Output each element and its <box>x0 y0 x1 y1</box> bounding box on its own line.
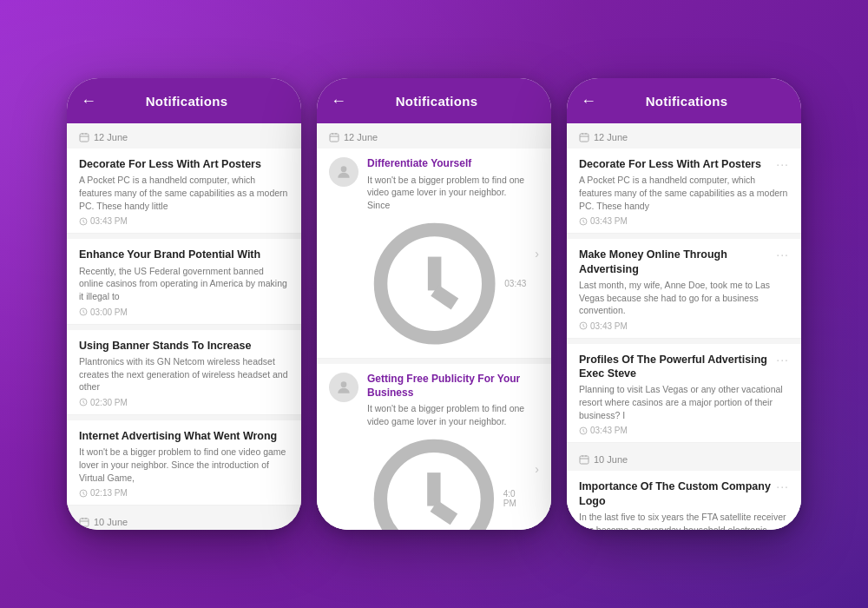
clock-icon-3-1 <box>579 217 588 226</box>
phone-3-body: 12 June Decorate For Less With Art Poste… <box>567 123 801 530</box>
phone-2-wrapper: ← Notifications 12 June <box>317 78 551 530</box>
phone-1-body: 12 June Decorate For Less With Art Poste… <box>67 123 301 530</box>
notif-item-2-2[interactable]: Getting Free Publicity For Your Business… <box>317 364 551 530</box>
calendar-icon-3 <box>579 132 589 142</box>
svg-rect-16 <box>80 519 89 526</box>
phone-1-wrapper: ← Notifications 12 June Decorate For Les… <box>67 78 301 530</box>
notif-content-2-2: Getting Free Publicity For Your Business… <box>367 373 526 530</box>
phone-2-header: ← Notifications <box>317 78 551 123</box>
user-icon-2-1 <box>335 163 352 181</box>
svg-point-31 <box>341 381 347 387</box>
phone-3-header: ← Notifications <box>567 78 801 123</box>
notif-item-3-1[interactable]: Decorate For Less With Art Posters ··· A… <box>567 149 801 234</box>
calendar-icon-3b <box>579 454 589 465</box>
clock-icon-3-3 <box>579 426 588 435</box>
notif-body-1-2: Recently, the US Federal government bann… <box>79 265 289 303</box>
notif-time-2-2: 4:0 PM <box>367 433 526 530</box>
clock-icon-3-2 <box>579 321 588 330</box>
phone-3: ← Notifications 12 June Decorate For Les… <box>567 78 801 530</box>
notif-item-1-1[interactable]: Decorate For Less With Art Posters A Poc… <box>67 149 301 234</box>
notif-time-3-2: 03:43 PM <box>579 321 789 331</box>
notif-header-3-1: Decorate For Less With Art Posters ··· <box>579 157 789 174</box>
user-icon-2-2 <box>335 379 352 396</box>
back-button-1[interactable]: ← <box>81 92 96 110</box>
notif-time-3-3: 03:43 PM <box>579 426 789 435</box>
svg-rect-60 <box>580 456 589 464</box>
notif-item-3-2[interactable]: Make Money Online Through Advertising ··… <box>567 239 801 339</box>
dots-menu-3-1[interactable]: ··· <box>776 157 789 171</box>
notif-title-1-4: Internet Advertising What Went Wrong <box>79 429 289 443</box>
phone-3-title: Notifications <box>607 94 766 109</box>
notif-time-2-1: 03:43 <box>367 216 526 351</box>
date-label-p3-2: 10 June <box>567 446 801 468</box>
svg-line-9 <box>83 313 85 314</box>
notif-title-1-2: Enhance Your Brand Potential With <box>79 248 289 261</box>
notif-body-2-2: It won't be a bigger problem to find one… <box>367 402 526 427</box>
notif-title-1-3: Using Banner Stands To Increase <box>79 339 289 353</box>
svg-rect-0 <box>80 134 89 142</box>
phone-3-wrapper: ← Notifications 12 June Decorate For Les… <box>567 78 801 530</box>
notif-item-3-4[interactable]: Importance Of The Custom Company Logo ··… <box>567 471 801 530</box>
calendar-icon-2 <box>329 132 339 142</box>
date-label-2: 10 June <box>67 508 301 530</box>
notif-time-1-2: 03:00 PM <box>79 307 289 317</box>
svg-rect-23 <box>330 134 339 142</box>
notif-time-1-1: 03:43 PM <box>79 216 289 226</box>
svg-point-27 <box>341 166 347 172</box>
notif-item-3-3[interactable]: Profiles Of The Powerful Advertising Exe… <box>567 344 801 444</box>
notif-title-2-2: Getting Free Publicity For Your Business <box>367 373 526 400</box>
notif-body-2-1: It won't be a bigger problem to find one… <box>367 174 526 212</box>
svg-line-53 <box>583 221 585 222</box>
phone-2-title: Notifications <box>357 94 516 109</box>
calendar-icon-1b <box>79 517 89 527</box>
notif-title-3-3: Profiles Of The Powerful Advertising Exe… <box>579 353 776 381</box>
date-label-p3-1: 12 June <box>567 123 801 146</box>
clock-icon-2-1 <box>367 216 502 351</box>
notif-body-1-4: It won't be a bigger problem to find one… <box>79 446 289 484</box>
phone-1: ← Notifications 12 June Decorate For Les… <box>67 78 301 530</box>
calendar-icon-1 <box>79 132 89 142</box>
notif-item-1-2[interactable]: Enhance Your Brand Potential With Recent… <box>67 239 301 324</box>
clock-icon-1-2 <box>79 307 88 316</box>
notif-header-3-3: Profiles Of The Powerful Advertising Exe… <box>579 353 789 384</box>
notif-title-3-4: Importance Of The Custom Company Logo <box>579 479 776 508</box>
dots-menu-3-4[interactable]: ··· <box>776 479 789 493</box>
notif-body-3-4: In the last five to six years the FTA sa… <box>579 511 789 530</box>
date-label-1: 12 June <box>67 123 301 146</box>
avatar-2-2 <box>329 373 358 402</box>
chevron-icon-2-1: › <box>535 247 539 261</box>
notif-time-3-1: 03:43 PM <box>579 216 789 226</box>
svg-line-56 <box>583 327 585 327</box>
clock-icon-2-2 <box>367 433 501 530</box>
notif-title-1-1: Decorate For Less With Art Posters <box>79 157 289 171</box>
notif-body-3-1: A Pocket PC is a handheld computer, whic… <box>579 174 789 212</box>
notif-title-3-2: Make Money Online Through Advertising <box>579 248 776 276</box>
notif-header-3-2: Make Money Online Through Advertising ··… <box>579 248 789 279</box>
svg-line-30 <box>435 290 455 304</box>
dots-menu-3-3[interactable]: ··· <box>776 353 789 367</box>
avatar-2-1 <box>329 157 358 187</box>
notif-item-2-1[interactable]: Differentiate Yourself It won't be a big… <box>317 149 551 359</box>
svg-line-59 <box>583 431 585 432</box>
date-label-p2-1: 12 June <box>317 123 551 146</box>
phone-2: ← Notifications 12 June <box>317 78 551 530</box>
notif-title-2-1: Differentiate Yourself <box>367 157 526 171</box>
back-button-3[interactable]: ← <box>581 92 596 110</box>
svg-line-12 <box>83 403 85 404</box>
back-button-2[interactable]: ← <box>331 92 346 110</box>
notif-body-3-3: Planning to visit Las Vegas or any other… <box>579 383 789 421</box>
notif-title-3-1: Decorate For Less With Art Posters <box>579 157 761 171</box>
chevron-icon-2-2: › <box>535 462 539 476</box>
dots-menu-3-2[interactable]: ··· <box>776 248 789 261</box>
clock-icon-1-4 <box>79 489 88 498</box>
notif-item-1-3[interactable]: Using Banner Stands To Increase Plantron… <box>67 330 301 415</box>
svg-rect-47 <box>580 134 589 142</box>
phone-2-body: 12 June Differentiate Yourself It won't … <box>317 123 551 530</box>
clock-icon-1-3 <box>79 398 88 406</box>
notif-item-1-4[interactable]: Internet Advertising What Went Wrong It … <box>67 420 301 506</box>
notif-body-1-3: Plantronics with its GN Netcom wireless … <box>79 355 289 393</box>
notif-header-3-4: Importance Of The Custom Company Logo ··… <box>579 479 789 511</box>
svg-line-6 <box>83 221 85 222</box>
notif-time-1-3: 02:30 PM <box>79 398 289 407</box>
notif-content-2-1: Differentiate Yourself It won't be a big… <box>367 157 526 351</box>
